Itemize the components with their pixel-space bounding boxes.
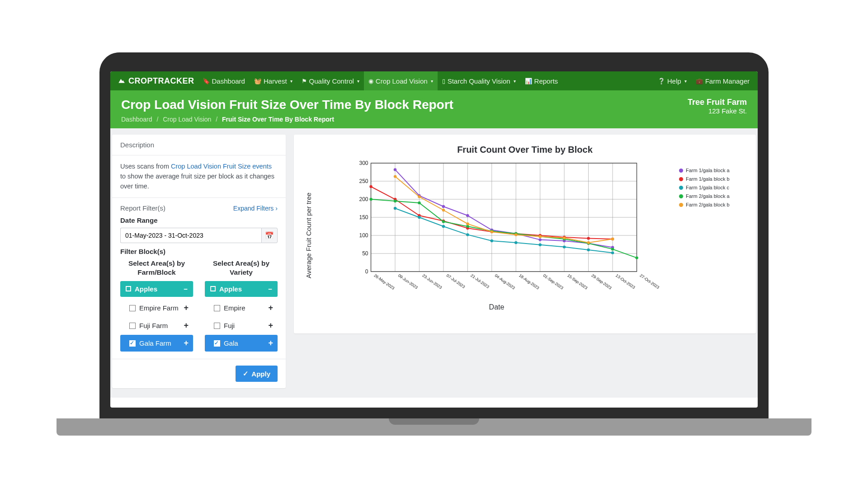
svg-text:50: 50 (362, 250, 368, 257)
bookmark-icon: 🔖 (203, 78, 210, 84)
breadcrumb-link[interactable]: Dashboard (121, 116, 152, 123)
tree-item-fuji-farm[interactable]: Fuji Farm+ (120, 317, 193, 334)
legend-dot-icon (679, 203, 683, 207)
legend-dot-icon (679, 177, 683, 181)
legend-dot-icon (679, 194, 683, 198)
caret-down-icon: ▾ (357, 79, 359, 84)
svg-point-49 (369, 185, 372, 188)
brand-logo[interactable]: CROPTRACKER (114, 76, 198, 86)
calendar-button[interactable]: 📅 (261, 228, 278, 243)
page-header: Crop Load Vision Fruit Size Over Time By… (110, 90, 758, 128)
breadcrumb: Dashboard / Crop Load Vision / Fruit Siz… (121, 116, 453, 123)
nav-items: 🔖Dashboard 🧺Harvest▾ ⚑Quality Control▾ ◉… (198, 71, 563, 90)
legend-item[interactable]: Farm 2/gala block a (679, 193, 747, 199)
nav-reports[interactable]: 📊Reports (520, 71, 563, 90)
laptop-base (57, 418, 811, 436)
svg-text:04-Aug-2023: 04-Aug-2023 (494, 273, 516, 290)
legend-item[interactable]: Farm 2/gala block b (679, 202, 747, 207)
svg-text:150: 150 (359, 214, 368, 221)
farm-block-column: Select Area(s) by Farm/Block Apples− Emp… (120, 259, 193, 352)
legend-label: Farm 1/gala block a (686, 168, 730, 173)
tree-root-apples[interactable]: Apples− (120, 281, 193, 297)
svg-point-39 (394, 168, 396, 171)
checkbox-icon (210, 286, 216, 291)
check-icon: ✓ (243, 370, 249, 378)
column-title: Select Area(s) by Farm/Block (120, 259, 193, 277)
nav-help[interactable]: ❔Help▾ (653, 71, 691, 90)
svg-point-42 (466, 214, 469, 217)
svg-point-45 (538, 238, 541, 241)
svg-text:27-Oct-2023: 27-Oct-2023 (639, 273, 660, 290)
checkbox-checked-icon (129, 340, 136, 347)
nav-starch[interactable]: ▯Starch Quality Vision▾ (438, 71, 520, 90)
plus-icon: + (184, 303, 189, 313)
checkbox-icon (214, 305, 220, 311)
nav-label: Crop Load Vision (376, 77, 428, 85)
legend-label: Farm 1/gala block b (686, 176, 730, 182)
nav-user[interactable]: 💼Farm Manager (691, 71, 754, 90)
screen-bezel: CROPTRACKER 🔖Dashboard 🧺Harvest▾ ⚑Qualit… (99, 52, 769, 418)
breadcrumb-current: Fruit Size Over Time By Block Report (222, 116, 334, 123)
flag-icon: ⚑ (302, 78, 307, 84)
plus-icon: + (268, 321, 273, 330)
chart-title: Fruit Count Over Time by Block (303, 145, 747, 155)
plus-icon: + (184, 321, 189, 330)
tree-root-apples[interactable]: Apples− (205, 281, 278, 297)
svg-point-91 (611, 238, 614, 240)
checkbox-icon (129, 305, 136, 311)
svg-text:01-Sep-2023: 01-Sep-2023 (542, 273, 564, 290)
svg-point-89 (563, 236, 566, 239)
chart-legend: Farm 1/gala block aFarm 1/gala block bFa… (679, 160, 747, 311)
date-range-input[interactable] (120, 228, 261, 243)
svg-text:09-Jun-2023: 09-Jun-2023 (397, 273, 419, 290)
expand-filters-link[interactable]: Expand Filters› (233, 205, 278, 212)
chart-icon: 📊 (525, 78, 532, 84)
laptop-frame: CROPTRACKER 🔖Dashboard 🧺Harvest▾ ⚑Qualit… (99, 52, 769, 436)
tree-item-fuji[interactable]: Fuji+ (205, 317, 278, 334)
legend-item[interactable]: Farm 1/gala block b (679, 176, 747, 182)
svg-point-72 (418, 202, 420, 204)
svg-point-74 (466, 225, 469, 228)
tree-item-empire[interactable]: Empire+ (205, 300, 278, 316)
svg-point-63 (466, 233, 469, 236)
svg-point-58 (587, 237, 590, 239)
description-text: Uses scans from Crop Load Vision Fruit S… (120, 162, 278, 191)
plus-icon: + (268, 338, 273, 348)
nav-dashboard[interactable]: 🔖Dashboard (198, 71, 250, 90)
nav-cropload[interactable]: ◉Crop Load Vision▾ (364, 71, 438, 90)
tree-item-gala[interactable]: Gala+ (205, 335, 278, 352)
tree-item-empire-farm[interactable]: Empire Farm+ (120, 300, 193, 316)
svg-text:26-May-2023: 26-May-2023 (373, 273, 395, 291)
svg-point-80 (611, 248, 614, 250)
briefcase-icon: 💼 (696, 78, 703, 84)
description-link[interactable]: Crop Load Vision Fruit Size events (171, 163, 272, 170)
laptop-notch (389, 418, 479, 425)
nav-label: Quality Control (309, 77, 354, 85)
svg-point-86 (491, 230, 493, 233)
nav-quality[interactable]: ⚑Quality Control▾ (297, 71, 364, 90)
plus-icon: + (184, 338, 189, 348)
legend-label: Farm 2/gala block a (686, 193, 730, 199)
legend-label: Farm 2/gala block b (686, 202, 730, 207)
navbar: CROPTRACKER 🔖Dashboard 🧺Harvest▾ ⚑Qualit… (110, 71, 758, 90)
farm-address: 123 Fake St. (688, 107, 747, 115)
farm-info: Tree Fruit Farm 123 Fake St. (688, 98, 747, 115)
svg-point-85 (466, 222, 469, 225)
phone-icon: ▯ (442, 78, 445, 84)
svg-point-64 (491, 239, 493, 242)
svg-point-82 (394, 175, 396, 178)
checkbox-checked-icon (214, 340, 220, 347)
plus-icon: + (268, 303, 273, 313)
nav-harvest[interactable]: 🧺Harvest▾ (250, 71, 297, 90)
tree-item-gala-farm[interactable]: Gala Farm+ (120, 335, 193, 352)
breadcrumb-link[interactable]: Crop Load Vision (163, 116, 211, 123)
page-title: Crop Load Vision Fruit Size Over Time By… (121, 98, 453, 112)
legend-item[interactable]: Farm 1/gala block a (679, 168, 747, 173)
svg-text:18-Aug-2023: 18-Aug-2023 (518, 273, 540, 290)
svg-text:21-Jul-2023: 21-Jul-2023 (470, 273, 490, 289)
legend-item[interactable]: Farm 1/gala block c (679, 185, 747, 190)
nav-label: Help (667, 77, 681, 85)
variety-column: Select Area(s) by Variety Apples− Empire… (205, 259, 278, 352)
svg-point-90 (587, 241, 590, 244)
apply-button[interactable]: ✓Apply (236, 366, 278, 382)
